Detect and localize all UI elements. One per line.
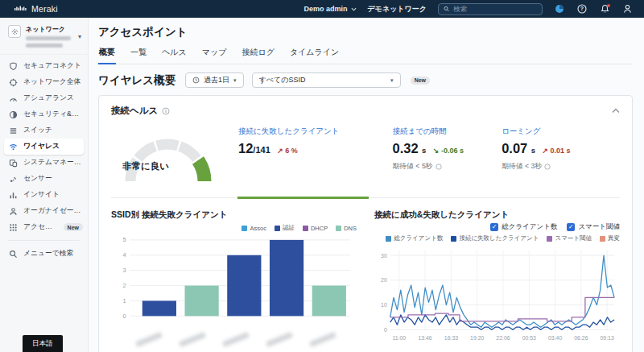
- trend-down-indicator: ↘ -0.06 s: [433, 147, 464, 155]
- info-icon[interactable]: [162, 107, 170, 115]
- bar-chart-title: SSID別 接続失敗クライアント: [111, 209, 357, 221]
- clock-icon: [192, 77, 200, 84]
- announcements-icon[interactable]: [554, 3, 565, 14]
- sidebar-item-label: セキュアコネクト: [23, 61, 81, 71]
- account-icon[interactable]: [621, 3, 633, 14]
- network-selector[interactable]: ネットワーク ▾: [0, 18, 88, 55]
- sysmgr-icon: [9, 159, 18, 168]
- metric-value: 0.32: [393, 141, 419, 155]
- health-gauge: 非常に良い: [111, 123, 232, 189]
- legend-swatch: [242, 226, 247, 231]
- tab-0[interactable]: 概要: [98, 47, 116, 64]
- network-link[interactable]: デモネットワーク: [368, 4, 427, 14]
- toggle-0[interactable]: ✓総クライアント数: [490, 222, 557, 232]
- redacted-network-name: [26, 36, 71, 40]
- legend-item: Assoc: [242, 224, 266, 232]
- info-icon[interactable]: [436, 164, 442, 170]
- sidebar: ネットワーク ▾ セキュアコネクトネットワーク全体アシュアランスセキュリティ&S…: [0, 18, 89, 352]
- cisco-logo-icon: [14, 5, 27, 13]
- redacted-text: [266, 332, 293, 347]
- line-chart[interactable]: 010203011:0013:4616:3319:2022:0600:5303:…: [374, 246, 620, 352]
- search-box[interactable]: [438, 3, 543, 15]
- toggle-1[interactable]: ✓スマート閾値: [567, 222, 620, 232]
- sidebar-item-sensor[interactable]: センサー: [0, 171, 88, 187]
- health-title: 接続ヘルス: [111, 105, 158, 117]
- line-chart-title: 接続に成功&失敗したクライアント: [374, 209, 620, 221]
- metric-roaming[interactable]: ローミング 0.07 s ↗ 0.01 s 期待値 < 3秒: [495, 123, 620, 189]
- line-chart-panel: 接続に成功&失敗したクライアント ✓総クライアント数✓スマート閾値 総クライアン…: [374, 209, 620, 352]
- sidebar-item-systems-manager[interactable]: システムマネージャ: [0, 155, 88, 171]
- metric-label: ローミング: [502, 126, 612, 137]
- svg-text:16:33: 16:33: [444, 335, 458, 341]
- tab-4[interactable]: 接続ログ: [241, 47, 275, 64]
- wifi-icon: [9, 143, 18, 151]
- top-bar: Meraki Demo admin デモネットワーク ?: [0, 0, 644, 18]
- search-input[interactable]: [453, 5, 537, 13]
- brand-name: Meraki: [31, 4, 58, 14]
- legend-item: 総クライアント数: [386, 234, 443, 242]
- svg-text:03:40: 03:40: [548, 335, 562, 341]
- svg-text:09:13: 09:13: [601, 335, 614, 341]
- legend-item: 認証: [275, 224, 295, 232]
- metric-value: 12: [238, 141, 253, 155]
- sidebar-item-label: スイッチ: [23, 126, 52, 135]
- bar-chart-panel: SSID別 接続失敗クライアント Assoc認証DHCPDNS 012345: [111, 209, 357, 352]
- sidebar-item-label: ネットワーク全体: [23, 77, 80, 87]
- chevron-down-icon: ▾: [390, 77, 394, 84]
- checkbox-checked-icon[interactable]: ✓: [567, 223, 575, 231]
- svg-text:19:20: 19:20: [470, 335, 484, 341]
- legend-swatch: [451, 236, 456, 242]
- chevron-down-icon: ▾: [233, 77, 237, 84]
- chevron-down-icon: ▾: [78, 33, 81, 40]
- switch-icon: [9, 126, 18, 135]
- main-content: アクセスポイント 概要一覧ヘルスマップ接続ログタイムライン ワイヤレス概要 過去…: [89, 18, 644, 352]
- sidebar-item-label: アクセスマネージャ: [23, 222, 56, 232]
- sidebar-item-secure-connect[interactable]: セキュアコネクト: [0, 58, 88, 74]
- legend-swatch: [336, 226, 341, 231]
- bar-chart[interactable]: 012345: [111, 235, 357, 332]
- sidebar-item-access-manager[interactable]: アクセスマネージャNew: [0, 219, 88, 235]
- sidebar-item-switch[interactable]: スイッチ: [0, 122, 88, 139]
- metric-value: 0.07: [502, 141, 527, 155]
- metric-failed-clients[interactable]: 接続に失敗したクライアント 12/141 ↗ 6 %: [232, 123, 386, 189]
- sidebar-item-search-menu[interactable]: メニューで検索: [0, 246, 88, 262]
- legend-item: 異変: [600, 234, 620, 242]
- svg-text:13:46: 13:46: [418, 335, 431, 341]
- admin-menu[interactable]: Demo admin: [304, 5, 357, 13]
- sidebar-item-wireless[interactable]: ワイヤレス: [4, 139, 84, 155]
- page-title: アクセスポイント: [98, 25, 633, 39]
- meraki-logo[interactable]: Meraki: [14, 4, 58, 14]
- sidebar-item-security-sdwan[interactable]: セキュリティ&SD-WAN: [0, 106, 88, 122]
- sidebar-item-insight[interactable]: インサイト: [0, 187, 88, 203]
- expected-value: 期待値 < 3秒: [502, 162, 612, 172]
- wireless-overview-card: 接続ヘルス 非常に良い 接続に失敗したクライアント 12/141 ↗ 6 % 接…: [98, 95, 633, 352]
- section-title: ワイヤレス概要: [98, 73, 175, 88]
- checkbox-checked-icon[interactable]: ✓: [490, 223, 498, 231]
- sidebar-item-label: センサー: [23, 174, 52, 184]
- language-button[interactable]: 日本語: [23, 335, 63, 352]
- org-icon: [9, 207, 18, 216]
- ssid-filter-dropdown[interactable]: すべてのSSID ▾: [252, 72, 401, 88]
- notifications-bell-icon[interactable]: [599, 3, 610, 14]
- svg-text:30: 30: [381, 253, 387, 259]
- collapse-chevron-up-icon[interactable]: [612, 108, 620, 114]
- tab-1[interactable]: 一覧: [130, 47, 147, 64]
- sidebar-item-network-wide[interactable]: ネットワーク全体: [0, 74, 88, 90]
- sidebar-item-organization[interactable]: オーガナイゼーション: [0, 203, 88, 219]
- legend-swatch: [275, 226, 280, 231]
- sidebar-item-assurance[interactable]: アシュアランス: [0, 90, 88, 106]
- help-icon[interactable]: ?: [576, 3, 588, 14]
- shield-icon: [9, 62, 18, 71]
- trend-up-indicator: ↗ 6 %: [277, 147, 298, 155]
- legend-swatch: [547, 236, 552, 242]
- time-filter-dropdown[interactable]: 過去1日 ▾: [185, 72, 244, 88]
- legend-swatch: [303, 226, 308, 231]
- metric-time-to-connect[interactable]: 接続までの時間 0.32 s ↘ -0.06 s 期待値 < 5秒: [386, 123, 496, 189]
- info-icon[interactable]: [544, 164, 551, 170]
- tab-3[interactable]: マップ: [201, 47, 228, 64]
- tab-5[interactable]: タイムライン: [289, 47, 340, 64]
- time-filter-value: 過去1日: [204, 75, 229, 85]
- chevron-down-icon: [351, 7, 357, 11]
- gauge-label: 非常に良い: [122, 160, 169, 172]
- tab-2[interactable]: ヘルス: [161, 47, 188, 64]
